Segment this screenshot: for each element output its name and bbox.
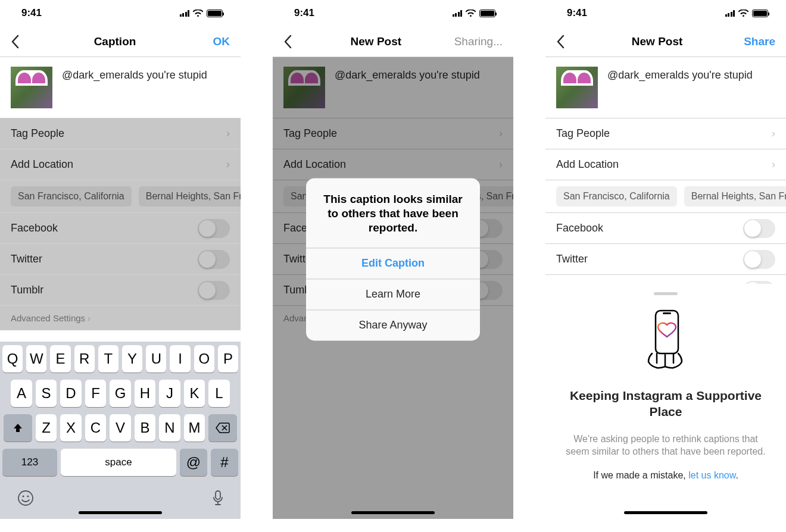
learn-more-button[interactable]: Learn More bbox=[306, 279, 480, 310]
caption-text[interactable]: @dark_emeralds you're stupid bbox=[607, 67, 753, 82]
mistake-prefix: If we made a mistake, bbox=[593, 470, 688, 480]
key-r[interactable]: R bbox=[74, 345, 95, 373]
post-thumbnail[interactable] bbox=[556, 67, 598, 108]
share-facebook-row[interactable]: Facebook bbox=[545, 213, 786, 244]
location-chip[interactable]: San Francisco, California bbox=[556, 186, 677, 206]
back-button[interactable] bbox=[556, 35, 570, 49]
tumblr-toggle[interactable] bbox=[198, 281, 230, 300]
wifi-icon bbox=[466, 10, 476, 17]
screen-new-post-sheet: 9:41 New Post Share @dark_emeralds you'r… bbox=[545, 0, 786, 519]
key-i[interactable]: I bbox=[170, 345, 190, 373]
keyboard-bottom bbox=[2, 483, 238, 512]
location-chip[interactable]: Bernal Heights, San Fr… bbox=[684, 186, 786, 206]
emoji-icon[interactable] bbox=[17, 489, 35, 507]
numbers-key[interactable]: 123 bbox=[2, 449, 57, 476]
key-a[interactable]: A bbox=[11, 380, 32, 407]
keyboard-row: Z X C V B N M bbox=[2, 414, 238, 442]
share-button[interactable]: Share bbox=[744, 35, 775, 48]
key-u[interactable]: U bbox=[146, 345, 166, 373]
key-j[interactable]: J bbox=[159, 380, 180, 407]
key-n[interactable]: N bbox=[159, 414, 180, 442]
battery-icon bbox=[479, 10, 495, 17]
mic-icon[interactable] bbox=[212, 489, 224, 507]
let-us-know-link[interactable]: let us know bbox=[688, 470, 735, 480]
backspace-key[interactable] bbox=[208, 414, 237, 442]
key-e[interactable]: E bbox=[50, 345, 70, 373]
caption-row[interactable]: @dark_emeralds you're stupid bbox=[0, 57, 241, 118]
key-d[interactable]: D bbox=[60, 380, 82, 407]
share-twitter-row[interactable]: Twitter bbox=[545, 244, 786, 275]
home-indicator[interactable] bbox=[624, 511, 707, 514]
sheet-grabber[interactable] bbox=[654, 292, 678, 295]
key-f[interactable]: F bbox=[85, 380, 107, 407]
key-k[interactable]: K bbox=[184, 380, 205, 407]
add-location-row[interactable]: Add Location › bbox=[0, 149, 241, 180]
add-location-label: Add Location bbox=[556, 158, 619, 171]
svg-rect-4 bbox=[656, 311, 678, 353]
keyboard[interactable]: Q W E R T Y U I O P A S D F G H J K L Z bbox=[0, 342, 241, 519]
key-p[interactable]: P bbox=[218, 345, 238, 373]
key-l[interactable]: L bbox=[208, 380, 230, 407]
key-o[interactable]: O bbox=[194, 345, 214, 373]
keyboard-row: Q W E R T Y U I O P bbox=[2, 345, 238, 373]
key-y[interactable]: Y bbox=[122, 345, 142, 373]
ok-button[interactable]: OK bbox=[205, 35, 230, 48]
chevron-left-icon bbox=[11, 35, 19, 49]
share-twitter-row[interactable]: Twitter bbox=[0, 244, 241, 275]
space-key[interactable]: space bbox=[61, 449, 176, 476]
key-q[interactable]: Q bbox=[2, 345, 23, 373]
status-icons bbox=[180, 10, 223, 17]
twitter-toggle[interactable] bbox=[743, 250, 775, 269]
status-bar: 9:41 bbox=[273, 0, 513, 26]
nav-bar: Caption OK bbox=[0, 26, 241, 57]
post-thumbnail[interactable] bbox=[11, 67, 52, 108]
home-indicator[interactable] bbox=[351, 511, 435, 514]
location-chips: San Francisco, California Bernal Heights… bbox=[545, 180, 786, 213]
tag-people-row[interactable]: Tag People › bbox=[0, 118, 241, 149]
home-indicator[interactable] bbox=[79, 511, 162, 514]
share-facebook-row[interactable]: Facebook bbox=[0, 213, 241, 244]
battery-icon bbox=[207, 10, 223, 17]
back-button[interactable] bbox=[11, 35, 25, 49]
key-w[interactable]: W bbox=[26, 345, 46, 373]
hash-key[interactable]: # bbox=[211, 449, 238, 476]
chevron-right-icon: › bbox=[226, 158, 230, 171]
facebook-toggle[interactable] bbox=[198, 219, 230, 238]
twitter-toggle[interactable] bbox=[198, 250, 230, 269]
share-tumblr-row[interactable]: Tumblr bbox=[0, 275, 241, 306]
key-z[interactable]: Z bbox=[36, 414, 57, 442]
svg-rect-3 bbox=[216, 491, 220, 499]
key-c[interactable]: C bbox=[85, 414, 107, 442]
nav-bar: New Post Share bbox=[545, 26, 786, 57]
caption-input[interactable]: @dark_emeralds you're stupid bbox=[62, 67, 207, 82]
wifi-icon bbox=[193, 10, 203, 17]
key-s[interactable]: S bbox=[36, 380, 57, 407]
sheet-mistake-line: If we made a mistake, let us know. bbox=[563, 470, 768, 481]
at-key[interactable]: @ bbox=[180, 449, 207, 476]
backspace-icon bbox=[216, 423, 230, 433]
key-g[interactable]: G bbox=[110, 380, 131, 407]
add-location-row[interactable]: Add Location › bbox=[545, 149, 786, 180]
location-chip[interactable]: San Francisco, California bbox=[11, 186, 132, 206]
shift-key[interactable] bbox=[4, 414, 32, 442]
tag-people-row[interactable]: Tag People › bbox=[545, 118, 786, 149]
key-b[interactable]: B bbox=[135, 414, 156, 442]
location-chip[interactable]: Bernal Heights, San Fr… bbox=[139, 186, 241, 206]
caption-row[interactable]: @dark_emeralds you're stupid bbox=[545, 57, 786, 118]
advanced-settings-row[interactable]: Advanced Settings › bbox=[0, 306, 241, 330]
key-t[interactable]: T bbox=[98, 345, 118, 373]
chevron-right-icon: › bbox=[772, 127, 775, 140]
key-h[interactable]: H bbox=[135, 380, 156, 407]
mistake-suffix: . bbox=[735, 470, 738, 480]
facebook-label: Facebook bbox=[11, 222, 58, 234]
chevron-right-icon: › bbox=[88, 313, 91, 323]
back-button[interactable] bbox=[283, 35, 298, 49]
edit-caption-button[interactable]: Edit Caption bbox=[306, 248, 480, 279]
key-v[interactable]: V bbox=[110, 414, 131, 442]
tumblr-label: Tumblr bbox=[11, 284, 43, 296]
share-anyway-button[interactable]: Share Anyway bbox=[306, 310, 480, 341]
cellular-icon bbox=[453, 10, 463, 17]
key-x[interactable]: X bbox=[60, 414, 82, 442]
facebook-toggle[interactable] bbox=[743, 219, 775, 238]
key-m[interactable]: M bbox=[184, 414, 205, 442]
